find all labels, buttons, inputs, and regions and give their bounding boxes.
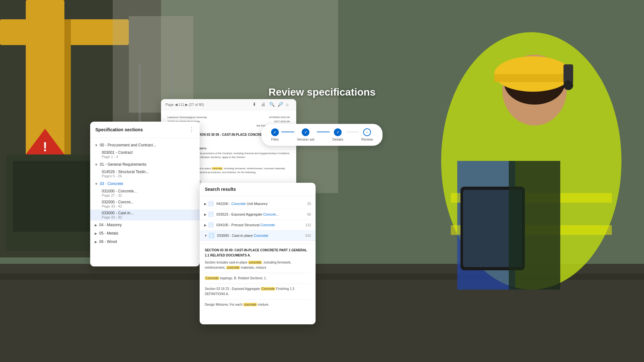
doc-toolbar-icons: ⬇ 🖨 🔍 🔎 ⌕ (252, 102, 292, 107)
tree-item-014529[interactable]: 014529 - Structural Testin... Pages 5 - … (90, 168, 200, 179)
search-results-card: Search results ▶ 📄 042200 - Concrete Uni… (200, 183, 316, 324)
download-icon[interactable]: ⬇ (252, 102, 258, 107)
spec-card-menu-icon[interactable]: ⋮ (189, 126, 194, 133)
tree-group-01-label: 01 - General Requirements (100, 162, 147, 167)
tree-group-04-label: 04 - Masonry (99, 223, 122, 227)
result-033000-count: 242 (305, 234, 311, 237)
step-details-circle: ✓ (334, 128, 342, 136)
concrete-highlight: concrete (226, 266, 240, 269)
doc-icon: 📄 (208, 222, 214, 228)
search-result-042200[interactable]: ▶ 📄 042200 - Concrete Unit Masonry 20 (200, 199, 316, 209)
search-result-033523[interactable]: ▶ 📄 033523 - Exposed Aggregate Concret..… (200, 209, 316, 220)
tree-group-03: ▼ 03 - Concrete 031000 - Concrete... Pag… (90, 180, 200, 220)
tree-group-01: ▼ 01 - General Requirements 014529 - Str… (90, 161, 200, 179)
step-files[interactable]: ✓ Files (271, 128, 279, 141)
tree-group-00: ▼ 00 - Procurement and Contract... 00300… (90, 141, 200, 160)
concrete-highlight: concrete (243, 303, 257, 306)
step-details[interactable]: ✓ Details (332, 128, 343, 141)
step-version[interactable]: ✓ Version set (297, 128, 314, 141)
svg-rect-17 (494, 74, 572, 82)
svg-rect-25 (509, 161, 560, 290)
chevron-down-icon: ▼ (95, 144, 98, 147)
doc-icon: 📄 (208, 211, 214, 217)
search-detail-para-2: Concrete toppings. B. Related Sections: … (205, 276, 310, 281)
chevron-right-icon: ▶ (95, 240, 97, 244)
search-detail-title: SECTION 03 30 00: CAST-IN-PLACE CONCRETE… (205, 248, 310, 258)
step-review[interactable]: ○ Review (361, 128, 373, 141)
tree-group-00-header[interactable]: ▼ 00 - Procurement and Contract... (90, 141, 200, 149)
tree-group-05-header[interactable]: ▶ 05 - Metals (90, 229, 200, 237)
search-card-header: Search results (200, 183, 316, 196)
chevron-right-icon: ▶ (95, 232, 97, 235)
tree-item-033000-pages: Page 43 - 82 (102, 215, 195, 219)
search-detail-para-3: Section 03 19 23 - Exposed Aggregate Con… (205, 286, 310, 297)
concrete-highlight: Concrete (254, 234, 268, 237)
search-icon[interactable]: ⌕ (286, 102, 292, 107)
tree-item-032000-pages: Page 33 - 42 (102, 204, 195, 208)
chevron-right-icon: ▶ (204, 202, 207, 206)
chevron-down-icon: ▼ (204, 234, 207, 237)
tree-group-04: ▶ 04 - Masonry (90, 221, 200, 229)
tree-group-06: ▶ 06 - Wood (90, 238, 200, 246)
divider (205, 273, 310, 273)
search-results-list: ▶ 📄 042200 - Concrete Unit Masonry 20 ▶ … (200, 196, 316, 244)
tree-item-033000[interactable]: 033000 - Cast-in... Page 43 - 82 (90, 209, 200, 220)
tree-item-031000-name: 031000 - Concrete... (102, 189, 195, 193)
svg-point-19 (564, 80, 573, 90)
step-files-circle: ✓ (271, 128, 279, 136)
step-review-circle: ○ (363, 128, 371, 136)
concrete-highlight: concrete (248, 261, 262, 264)
doc-icon: 📄 (208, 201, 214, 207)
step-files-label: Files (271, 137, 279, 141)
tree-item-014529-name: 014529 - Structural Testin... (102, 170, 195, 174)
search-result-034100[interactable]: ▶ 📄 034100 - Precast Structural Concrete… (200, 220, 316, 230)
concrete-highlight: Concrete (261, 287, 275, 291)
divider (205, 283, 310, 284)
step-details-label: Details (332, 137, 343, 141)
chevron-right-icon: ▶ (204, 213, 207, 216)
result-033523-count: 56 (307, 212, 311, 216)
result-034100-name: 034100 - Precast Structural Concrete (216, 223, 303, 227)
result-034100-count: 132 (305, 223, 311, 227)
spec-card-title: Specification sections (95, 127, 143, 132)
spec-card-header: Specification sections ⋮ (90, 122, 200, 138)
zoom-out-icon[interactable]: 🔎 (278, 102, 283, 107)
concrete-highlight: Concrete (260, 223, 275, 227)
divider (205, 299, 310, 300)
step-version-label: Version set (297, 137, 314, 141)
tree-item-031000-pages: Page 27 - 32 (102, 193, 195, 197)
zoom-in-icon[interactable]: 🔍 (269, 102, 275, 107)
tree-group-00-label: 00 - Procurement and Contract... (100, 143, 156, 147)
doc-icon: 📄 (209, 233, 214, 238)
tree-item-003001-pages: Page 1 - 4 (102, 155, 195, 159)
doc-page-info: Page ◀ 111 ▶ (27 of 80) (166, 103, 204, 107)
tree-item-032000[interactable]: 032000 - Concre... Page 33 - 42 (90, 199, 200, 209)
tree-group-04-header[interactable]: ▶ 04 - Masonry (90, 221, 200, 229)
print-icon[interactable]: 🖨 (261, 102, 267, 107)
tree-group-06-header[interactable]: ▶ 06 - Wood (90, 238, 200, 246)
search-card-title: Search results (205, 187, 236, 192)
concrete-highlight: Concrete (231, 202, 246, 206)
concrete-highlight: Concrete (205, 276, 219, 280)
tree-group-05: ▶ 05 - Metals (90, 229, 200, 237)
chevron-down-icon: ▼ (95, 182, 98, 186)
search-result-033000[interactable]: ▼ 📄 033000 - Cast-in-place Concrete 242 (200, 230, 316, 241)
tree-item-031000[interactable]: 031000 - Concrete... Page 27 - 32 (90, 188, 200, 199)
result-033523-name: 033523 - Exposed Aggregate Concret... (216, 212, 305, 216)
tree-item-033000-name: 033000 - Cast-in... (102, 211, 195, 215)
doc-toolbar: Page ◀ 111 ▶ (27 of 80) ⬇ 🖨 🔍 🔎 ⌕ (161, 99, 296, 110)
svg-text:!: ! (43, 140, 47, 154)
spec-tree: ▼ 00 - Procurement and Contract... 00300… (90, 138, 200, 266)
tree-group-01-header[interactable]: ▼ 01 - General Requirements (90, 161, 200, 168)
tree-group-03-label: 03 - Concrete (100, 181, 123, 186)
tree-group-05-label: 05 - Metals (99, 231, 118, 236)
tree-item-003001[interactable]: 003001 - Contract Page 1 - 4 (90, 149, 200, 160)
step-connector-1 (281, 132, 294, 132)
chevron-right-icon: ▶ (95, 223, 97, 227)
tree-group-06-label: 06 - Wood (99, 239, 117, 244)
tree-group-03-header[interactable]: ▼ 03 - Concrete (90, 180, 200, 188)
tree-item-032000-name: 032000 - Concre... (102, 200, 195, 204)
step-connector-3 (346, 132, 359, 132)
concrete-highlight: concrete (212, 167, 223, 170)
result-042200-name: 042200 - Concrete Unit Masonry (216, 202, 305, 206)
